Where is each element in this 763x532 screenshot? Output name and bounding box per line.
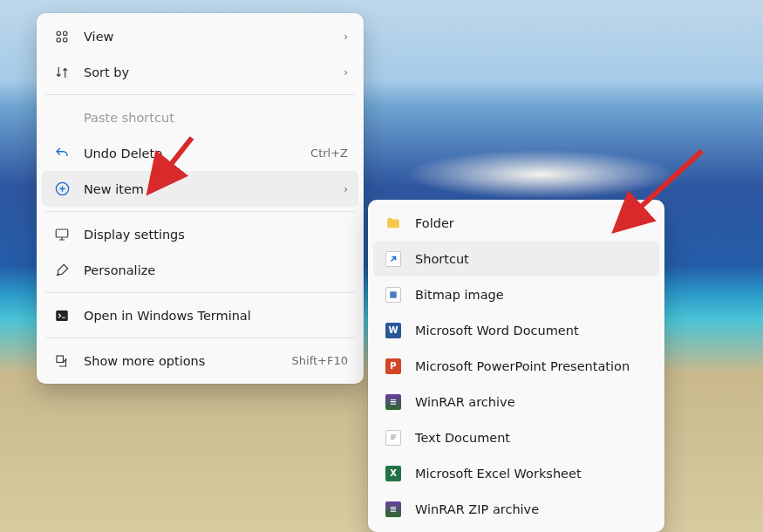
menu-item-display-settings[interactable]: Display settings: [42, 216, 358, 252]
svg-rect-6: [56, 310, 68, 321]
menu-item-label: Microsoft PowerPoint Presentation: [415, 359, 649, 373]
submenu-item-folder[interactable]: Folder: [373, 205, 659, 241]
menu-item-label: Microsoft Excel Worksheet: [415, 467, 649, 481]
menu-item-undo-delete[interactable]: Undo Delete Ctrl+Z: [42, 135, 358, 171]
blank-icon: [52, 108, 72, 127]
menu-item-label: Show more options: [84, 354, 280, 368]
desktop-context-menu: View › Sort by › Paste shortcut Undo Del…: [37, 13, 364, 384]
svg-rect-5: [56, 229, 68, 237]
menu-item-label: WinRAR ZIP archive: [415, 502, 649, 516]
menu-separator: [45, 338, 355, 338]
folder-icon: [384, 214, 403, 233]
powerpoint-icon: P: [384, 357, 403, 376]
excel-icon: X: [384, 464, 403, 483]
svg-point-2: [57, 38, 61, 42]
menu-item-open-terminal[interactable]: Open in Windows Terminal: [42, 297, 358, 333]
submenu-item-shortcut[interactable]: Shortcut: [373, 241, 659, 276]
word-icon: W: [384, 321, 403, 340]
menu-item-shortcut: Ctrl+Z: [310, 147, 348, 160]
menu-item-label: Microsoft Word Document: [415, 324, 649, 338]
menu-item-label: Text Document: [415, 431, 649, 445]
menu-item-label: Personalize: [84, 263, 348, 277]
menu-item-label: Folder: [415, 216, 649, 230]
chevron-right-icon: ›: [337, 66, 348, 78]
menu-item-label: Sort by: [84, 65, 325, 79]
more-options-icon: [52, 351, 72, 371]
chevron-right-icon: ›: [337, 183, 348, 195]
submenu-item-text[interactable]: Text Document: [373, 419, 659, 455]
text-document-icon: [384, 428, 403, 447]
submenu-item-excel[interactable]: X Microsoft Excel Worksheet: [373, 455, 659, 491]
menu-item-label: Undo Delete: [84, 147, 298, 160]
svg-point-3: [64, 38, 68, 42]
menu-item-show-more-options[interactable]: Show more options Shift+F10: [42, 343, 358, 379]
submenu-item-word[interactable]: W Microsoft Word Document: [373, 312, 659, 348]
brush-icon: [52, 261, 72, 280]
submenu-item-powerpoint[interactable]: P Microsoft PowerPoint Presentation: [373, 348, 659, 384]
menu-item-new[interactable]: New item ›: [42, 171, 358, 207]
svg-point-0: [57, 31, 61, 36]
display-icon: [52, 225, 72, 244]
terminal-icon: [52, 306, 72, 325]
submenu-item-rar[interactable]: ≡ WinRAR archive: [373, 384, 659, 419]
shortcut-icon: [384, 249, 403, 269]
grid-icon: [52, 27, 72, 46]
menu-item-label: Shortcut: [415, 252, 649, 266]
menu-item-sort-by[interactable]: Sort by ›: [42, 54, 358, 90]
menu-separator: [45, 94, 355, 95]
menu-separator: [45, 211, 355, 212]
submenu-item-zip[interactable]: ≡ WinRAR ZIP archive: [373, 491, 659, 527]
bitmap-icon: [384, 285, 403, 304]
menu-item-label: Bitmap image: [415, 288, 649, 302]
svg-rect-7: [57, 356, 64, 363]
svg-point-1: [64, 31, 68, 36]
menu-item-view[interactable]: View ›: [42, 18, 358, 54]
menu-item-label: Display settings: [84, 228, 348, 242]
menu-item-shortcut: Shift+F10: [292, 354, 348, 367]
undo-icon: [52, 144, 72, 163]
zip-icon: ≡: [384, 500, 403, 519]
svg-rect-8: [390, 291, 397, 298]
plus-circle-icon: [52, 180, 72, 199]
submenu-item-bitmap[interactable]: Bitmap image: [373, 276, 659, 312]
menu-item-personalize[interactable]: Personalize: [42, 252, 358, 288]
menu-separator: [45, 292, 355, 293]
menu-item-label: View: [84, 30, 325, 44]
chevron-right-icon: ›: [337, 31, 348, 43]
menu-item-paste-shortcut: Paste shortcut: [42, 99, 358, 135]
menu-item-label: Open in Windows Terminal: [84, 309, 348, 323]
new-item-submenu: Folder Shortcut Bitmap image W Microsoft…: [368, 200, 664, 532]
rar-icon: ≡: [384, 392, 403, 412]
menu-item-label: New item: [84, 182, 325, 196]
menu-item-label: Paste shortcut: [84, 111, 348, 125]
sort-icon: [52, 63, 72, 82]
menu-item-label: WinRAR archive: [415, 395, 649, 409]
